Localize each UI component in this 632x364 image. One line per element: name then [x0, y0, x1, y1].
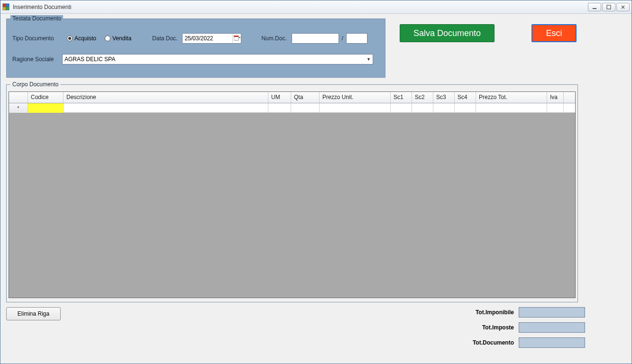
radio-acquisto-label: Acquisto	[74, 35, 96, 42]
svg-rect-1	[6, 4, 9, 7]
tot-imposte-field	[519, 322, 585, 333]
col-header-prezzo-unit[interactable]: Prezzo Unit.	[320, 92, 391, 103]
grid-header: Codice Descrizione UM Qta Prezzo Unit. S…	[9, 92, 575, 103]
radio-dot-vendita	[105, 36, 110, 41]
titlebar: Inserimento Documenti	[0, 0, 632, 14]
minimize-button[interactable]	[588, 3, 601, 11]
col-header-um[interactable]: UM	[268, 92, 291, 103]
svg-rect-4	[593, 8, 596, 9]
grid[interactable]: Codice Descrizione UM Qta Prezzo Unit. S…	[9, 91, 576, 298]
testata-groupbox: Testata Documento Tipo Documento Acquist…	[6, 18, 385, 78]
main-window: Inserimento Documenti Testata Documento …	[0, 0, 632, 364]
grid-body: *	[9, 103, 575, 298]
ragione-sociale-value: AGRAS DELIC SPA	[64, 56, 115, 63]
col-header-qta[interactable]: Qta	[291, 92, 320, 103]
bottom-row: Elimina Riga Tot.Imponibile Tot.Imposte …	[6, 307, 626, 348]
data-doc-value: 25/03/2022	[183, 35, 232, 42]
data-doc-field[interactable]: 25/03/2022	[182, 33, 241, 44]
testata-legend: Testata Documento	[10, 15, 63, 22]
save-button-label: Salva Documento	[413, 28, 481, 38]
col-header-prezzo-tot[interactable]: Prezzo Tot.	[476, 92, 547, 103]
cell-prezzo-unit[interactable]	[320, 103, 391, 113]
close-button[interactable]	[616, 3, 630, 11]
radio-vendita[interactable]: Vendita	[105, 35, 131, 42]
cell-descrizione[interactable]	[64, 103, 268, 113]
row-tot-documento: Tot.Documento	[473, 337, 585, 348]
tot-imposte-label: Tot.Imposte	[482, 324, 514, 331]
cell-codice[interactable]	[28, 103, 64, 113]
num-doc-separator: /	[342, 35, 343, 42]
row-tipo: Tipo Documento Acquisto Vendita Data Doc…	[12, 33, 379, 44]
num-doc-input[interactable]	[292, 33, 339, 44]
row-indicator: *	[9, 103, 28, 113]
svg-rect-5	[607, 5, 611, 9]
tot-imponibile-label: Tot.Imponibile	[476, 309, 514, 316]
num-doc-label: Num.Doc.	[261, 35, 286, 42]
num-doc-suffix-input[interactable]	[346, 33, 367, 44]
tot-documento-label: Tot.Documento	[473, 339, 514, 346]
corpo-groupbox: Corpo Documento Codice Descrizione UM Qt…	[6, 84, 578, 302]
cell-qta[interactable]	[291, 103, 320, 113]
exit-button-label: Esci	[546, 28, 562, 38]
col-header-sc3[interactable]: Sc3	[433, 92, 455, 103]
col-header-codice[interactable]: Codice	[28, 92, 64, 103]
window-controls	[587, 3, 630, 11]
maximize-button[interactable]	[602, 3, 615, 11]
col-header-sc1[interactable]: Sc1	[391, 92, 412, 103]
totals-panel: Tot.Imponibile Tot.Imposte Tot.Documento	[473, 307, 585, 348]
action-buttons: Salva Documento Esci	[400, 18, 577, 42]
app-icon	[2, 3, 10, 11]
content: Testata Documento Tipo Documento Acquist…	[0, 14, 632, 364]
row-ragione: Ragione Sociale AGRAS DELIC SPA ▼	[12, 54, 379, 64]
ragione-sociale-combo[interactable]: AGRAS DELIC SPA ▼	[62, 54, 373, 64]
cell-sc3[interactable]	[433, 103, 455, 113]
radio-vendita-label: Vendita	[112, 35, 131, 42]
ragione-sociale-label: Ragione Sociale	[12, 56, 62, 63]
col-header-sc2[interactable]: Sc2	[412, 92, 433, 103]
svg-rect-2	[3, 7, 6, 10]
row-tot-imponibile: Tot.Imponibile	[473, 307, 585, 318]
col-header-descrizione[interactable]: Descrizione	[64, 92, 268, 103]
chevron-down-icon: ▼	[366, 57, 371, 62]
delete-row-button[interactable]: Elimina Riga	[6, 307, 61, 320]
tot-imponibile-field	[519, 307, 585, 318]
cell-prezzo-tot[interactable]	[476, 103, 547, 113]
corpo-legend: Corpo Documento	[10, 81, 60, 88]
top-row: Testata Documento Tipo Documento Acquist…	[6, 18, 626, 78]
exit-button[interactable]: Esci	[531, 24, 577, 42]
grid-new-row[interactable]: *	[9, 103, 575, 113]
cell-iva[interactable]	[547, 103, 564, 113]
cell-sc4[interactable]	[455, 103, 476, 113]
tot-documento-field	[519, 337, 585, 348]
calendar-dropdown-icon[interactable]	[232, 34, 241, 43]
cell-um[interactable]	[268, 103, 291, 113]
col-header-iva[interactable]: Iva	[547, 92, 564, 103]
svg-rect-0	[3, 4, 6, 7]
svg-rect-3	[6, 7, 9, 10]
cell-sc1[interactable]	[391, 103, 412, 113]
delete-row-label: Elimina Riga	[18, 310, 49, 317]
radio-acquisto[interactable]: Acquisto	[67, 35, 96, 42]
tipo-documento-label: Tipo Documento	[12, 35, 62, 42]
window-title: Inserimento Documenti	[13, 4, 71, 10]
cell-sc2[interactable]	[412, 103, 433, 113]
radio-dot-acquisto	[67, 36, 73, 41]
save-button[interactable]: Salva Documento	[400, 24, 495, 42]
svg-rect-7	[234, 36, 238, 37]
data-doc-label: Data Doc.	[152, 35, 177, 42]
col-header-sc4[interactable]: Sc4	[455, 92, 476, 103]
col-header-rowselector[interactable]	[9, 92, 28, 103]
row-tot-imposte: Tot.Imposte	[473, 322, 585, 333]
